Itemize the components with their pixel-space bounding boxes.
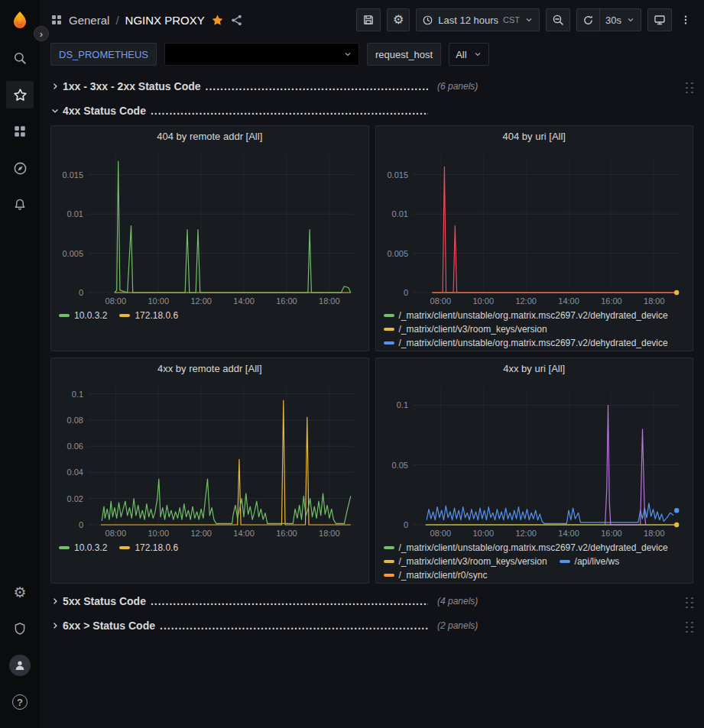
variable-label-ds-prometheus[interactable]: DS_PROMETHEUS bbox=[50, 43, 157, 66]
chevron-down-icon bbox=[473, 50, 482, 59]
refresh-group: 30s bbox=[576, 8, 641, 31]
row-drag-handle[interactable] bbox=[683, 595, 693, 608]
legend-label: 172.18.0.6 bbox=[135, 542, 178, 553]
row-header-5xx[interactable]: 5xx Status Code ........................… bbox=[50, 590, 693, 613]
chevron-right-icon bbox=[50, 621, 63, 630]
svg-text:18:00: 18:00 bbox=[644, 296, 665, 306]
dashboard-title[interactable]: NGINX PROXY bbox=[125, 14, 205, 27]
legend-item[interactable]: 10.0.3.2 bbox=[59, 309, 107, 322]
svg-text:0.1: 0.1 bbox=[72, 390, 83, 399]
legend-item[interactable]: 172.18.0.6 bbox=[119, 309, 178, 322]
zoom-out-button[interactable] bbox=[546, 8, 570, 31]
svg-text:0.015: 0.015 bbox=[387, 170, 408, 180]
row-drag-handle[interactable] bbox=[683, 80, 693, 93]
help-icon: ? bbox=[12, 694, 28, 710]
svg-text:0.02: 0.02 bbox=[67, 494, 83, 503]
legend-label: 10.0.3.2 bbox=[74, 542, 107, 553]
svg-text:10:00: 10:00 bbox=[148, 529, 170, 538]
datasource-value-dropdown[interactable] bbox=[164, 43, 359, 66]
favorite-star-icon[interactable] bbox=[211, 14, 224, 27]
svg-text:12:00: 12:00 bbox=[515, 296, 537, 306]
sidebar-item-alerting[interactable] bbox=[6, 191, 34, 218]
tv-mode-button[interactable] bbox=[647, 8, 672, 31]
refresh-button[interactable] bbox=[576, 8, 599, 31]
svg-text:16:00: 16:00 bbox=[601, 296, 622, 306]
legend-label: /_matrix/client/v3/room_keys/version bbox=[399, 324, 547, 335]
time-series-chart[interactable]: 08:0010:0012:0014:0016:0018:0000.0050.01… bbox=[382, 147, 686, 308]
dashboard-settings-button[interactable]: ⚙ bbox=[387, 8, 410, 31]
sidebar-expand-toggle[interactable]: › bbox=[34, 26, 49, 41]
share-icon[interactable] bbox=[230, 14, 243, 27]
legend-item[interactable]: 10.0.3.2 bbox=[59, 542, 107, 554]
legend-label: /_matrix/client/unstable/org.matrix.msc2… bbox=[399, 542, 668, 553]
svg-text:14:00: 14:00 bbox=[234, 529, 255, 538]
chevron-down-icon bbox=[50, 106, 63, 115]
time-series-chart[interactable]: 08:0010:0012:0014:0016:0018:0000.050.1 bbox=[382, 380, 686, 540]
svg-text:18:00: 18:00 bbox=[644, 529, 665, 538]
legend-item[interactable]: /_matrix/client/v3/room_keys/version bbox=[384, 555, 547, 568]
avatar bbox=[9, 655, 31, 676]
time-series-chart[interactable]: 08:0010:0012:0014:0016:0018:0000.0050.01… bbox=[57, 147, 362, 308]
time-range-label: Last 12 hours bbox=[438, 15, 498, 26]
svg-text:0.01: 0.01 bbox=[67, 209, 83, 218]
time-series-chart[interactable]: 08:0010:0012:0014:0016:0018:0000.020.040… bbox=[57, 380, 362, 540]
legend-label: 10.0.3.2 bbox=[74, 310, 107, 321]
svg-text:0.005: 0.005 bbox=[387, 249, 408, 258]
panel-grid-4xx: 404 by remote addr [All] 08:0010:0012:00… bbox=[50, 125, 693, 584]
legend-swatch bbox=[119, 314, 130, 317]
legend-label: /_matrix/client/r0/sync bbox=[399, 570, 488, 581]
panel-4xx-by-uri: 4xx by uri [All] 08:0010:0012:0014:0016:… bbox=[375, 358, 694, 584]
chevron-down-icon bbox=[343, 50, 352, 59]
panel-title[interactable]: 4xx by uri [All] bbox=[376, 358, 693, 380]
svg-text:0: 0 bbox=[79, 520, 83, 529]
legend-item[interactable]: /_matrix/client/unstable/org.matrix.msc2… bbox=[384, 309, 668, 322]
sidebar-item-server-admin[interactable] bbox=[6, 615, 34, 642]
dashboards-grid-icon bbox=[13, 125, 27, 138]
sidebar-item-dashboards[interactable] bbox=[6, 118, 34, 145]
panel-legend: 10.0.3.2172.18.0.6 bbox=[51, 540, 368, 554]
svg-text:08:00: 08:00 bbox=[430, 529, 451, 538]
legend-item[interactable]: 172.18.0.6 bbox=[119, 542, 178, 554]
legend-item[interactable]: /_matrix/client/r0/sync bbox=[384, 569, 488, 581]
row-panel-count: (2 panels) bbox=[437, 620, 478, 631]
svg-text:0.01: 0.01 bbox=[391, 209, 407, 218]
sidebar-item-configuration[interactable]: ⚙ bbox=[6, 578, 34, 606]
sidebar-item-starred[interactable] bbox=[6, 81, 34, 108]
svg-text:10:00: 10:00 bbox=[148, 296, 170, 306]
more-options-button[interactable] bbox=[678, 8, 693, 31]
sidebar-item-profile[interactable] bbox=[6, 652, 34, 679]
sidebar-item-help[interactable]: ? bbox=[6, 688, 34, 716]
legend-item[interactable]: /api/live/ws bbox=[560, 555, 620, 568]
svg-text:14:00: 14:00 bbox=[558, 296, 579, 306]
panel-title[interactable]: 404 by uri [All] bbox=[376, 126, 693, 147]
legend-swatch bbox=[384, 341, 394, 345]
svg-text:08:00: 08:00 bbox=[430, 296, 451, 306]
legend-item[interactable]: /_matrix/client/unstable/org.matrix.msc2… bbox=[384, 542, 668, 554]
refresh-icon bbox=[582, 15, 594, 26]
legend-item[interactable]: /_matrix/client/v3/room_keys/version bbox=[384, 323, 547, 335]
row-header-6xx[interactable]: 6xx > Status Code ......................… bbox=[50, 614, 693, 637]
request-host-dropdown[interactable]: All bbox=[449, 43, 488, 66]
breadcrumb-folder[interactable]: General bbox=[69, 14, 109, 27]
sidebar: › bbox=[0, 0, 40, 728]
sidebar-bottom-group: ⚙ ? bbox=[6, 574, 34, 720]
star-icon bbox=[13, 88, 28, 102]
sidebar-item-search[interactable] bbox=[6, 44, 34, 72]
svg-text:18:00: 18:00 bbox=[319, 529, 340, 538]
legend-item[interactable]: /_matrix/client/unstable/org.matrix.msc2… bbox=[384, 337, 668, 349]
variable-label-request-host[interactable]: request_host bbox=[367, 43, 441, 66]
sidebar-item-explore[interactable] bbox=[6, 154, 34, 182]
row-header-1xx-3xx-2xx[interactable]: 1xx - 3xx - 2xx Status Code ............… bbox=[50, 75, 693, 98]
legend-swatch bbox=[384, 560, 394, 563]
row-drag-handle[interactable] bbox=[683, 620, 693, 633]
refresh-interval-label: 30s bbox=[605, 15, 621, 26]
svg-text:0: 0 bbox=[79, 288, 83, 297]
refresh-interval-dropdown[interactable]: 30s bbox=[599, 8, 641, 31]
time-range-picker[interactable]: Last 12 hours CST bbox=[416, 8, 540, 31]
grafana-logo-icon[interactable] bbox=[6, 6, 34, 34]
row-header-4xx[interactable]: 4xx Status Code ........................… bbox=[50, 99, 693, 122]
panel-title[interactable]: 4xx by remote addr [All] bbox=[51, 358, 368, 380]
panel-title[interactable]: 404 by remote addr [All] bbox=[51, 126, 368, 147]
svg-text:16:00: 16:00 bbox=[276, 296, 297, 306]
save-dashboard-button[interactable] bbox=[356, 8, 381, 31]
